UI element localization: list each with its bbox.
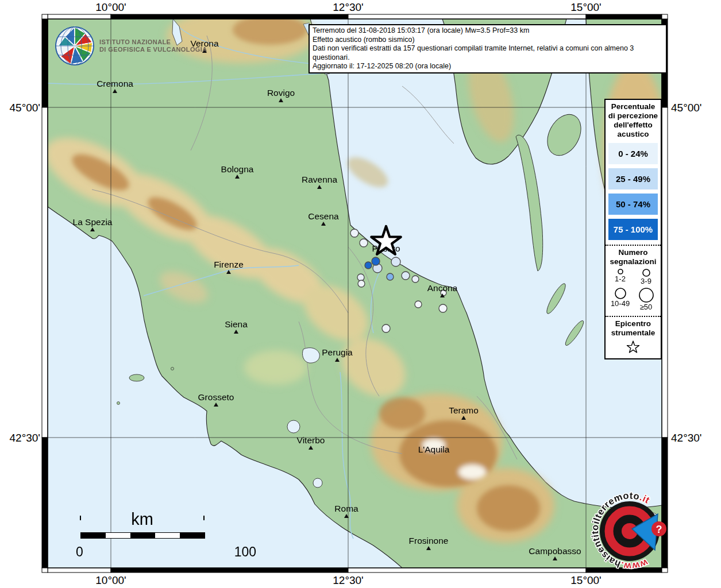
report-dot[interactable] — [365, 262, 372, 269]
axis-tick-label: 15°00' — [570, 1, 602, 14]
report-dot[interactable] — [360, 239, 368, 247]
axis-tick-label: 10°00' — [95, 1, 126, 14]
islet — [117, 402, 120, 405]
report-dot[interactable] — [358, 280, 365, 287]
lake-bracciano — [313, 478, 322, 488]
legend-separator — [606, 316, 661, 317]
islet — [171, 368, 174, 370]
city-label: La Spezia — [73, 217, 113, 227]
report-dot[interactable] — [402, 272, 410, 280]
ingv-globe-icon — [53, 25, 96, 67]
legend-signal-sizes: 1-23-910-49≥50 — [607, 268, 659, 311]
legend-classes: 0 - 24%25 - 49%50 - 74%75 - 100% — [607, 143, 659, 240]
legend-epicenter-title: Epicentrostrumentale — [607, 319, 659, 338]
report-dot[interactable] — [391, 257, 400, 266]
epicenter-star-icon — [624, 339, 642, 355]
axis-tick-label: 10°00' — [95, 574, 126, 587]
report-dot[interactable] — [439, 304, 447, 312]
legend-signals-title: Numerosegnalazioni — [607, 248, 659, 266]
city-label: Siena — [225, 319, 248, 329]
city-label: Bologna — [221, 164, 254, 174]
legend-class-swatch: 25 - 49% — [608, 168, 658, 189]
city-label: Firenze — [214, 260, 244, 269]
hsit-logo: ? www.haisentitoilterremoto.it — [591, 491, 677, 579]
event-info-line: Aggiornato il: 17-12-2025 08:20 (ora loc… — [313, 62, 663, 71]
city-label: Ravenna — [302, 175, 337, 184]
legend-class-swatch: 0 - 24% — [608, 143, 658, 164]
legend-signal-size: 10-49 — [607, 287, 633, 311]
axis-tick-label: 45°00' — [671, 102, 702, 114]
city-label: Teramo — [449, 405, 479, 415]
island-elba — [129, 374, 144, 381]
event-info-line: Terremoto del 31-08-2018 15:03:17 (ora l… — [313, 26, 663, 36]
map-page: VeronaCremonaRovigoBolognaRavennaCesenaL… — [0, 0, 721, 588]
scale-end: 100 — [234, 544, 256, 560]
city-label: Rovigo — [267, 88, 295, 98]
legend-class-swatch: 75 - 100% — [608, 219, 658, 240]
scale-bar-segments — [80, 532, 205, 539]
report-dot[interactable] — [387, 273, 394, 280]
lake-trasimeno — [302, 348, 319, 363]
axis-tick-label: 45°00' — [0, 102, 40, 114]
axis-tick-label: 42°30' — [0, 432, 40, 444]
city-label: Roma — [334, 504, 358, 513]
legend-title: Percentualedi percezionedell'effettoacus… — [607, 102, 659, 139]
legend-signal-size: 3-9 — [633, 268, 659, 285]
legend-separator — [606, 245, 661, 246]
hsit-question-mark: ? — [656, 524, 662, 535]
axis-tick-label: 12°30' — [333, 1, 364, 14]
legend-signal-size: 1-2 — [607, 268, 633, 285]
report-dot[interactable] — [350, 229, 358, 237]
city-label: Perugia — [322, 347, 353, 357]
report-dot[interactable] — [412, 276, 419, 283]
legend-panel: Percentualedi percezionedell'effettoacus… — [604, 99, 662, 359]
scale-start: 0 — [76, 544, 83, 560]
city-label: Ancona — [427, 283, 458, 293]
city-label: Cremona — [97, 79, 133, 88]
lake-bolsena — [287, 420, 300, 433]
axis-tick-label: 42°30' — [671, 432, 702, 444]
report-dot[interactable] — [357, 274, 364, 281]
report-dot[interactable] — [415, 301, 422, 308]
scale-bar: km 0 100 — [74, 510, 214, 544]
ingv-name: ISTITUTO NAZIONALE DI GEOFISICA E VULCAN… — [99, 38, 207, 54]
report-dot[interactable] — [372, 257, 380, 265]
city-label: Cesena — [308, 211, 339, 221]
legend-class-swatch: 50 - 74% — [608, 194, 658, 215]
city-label: Viterbo — [297, 435, 325, 445]
event-info-line: Dati non verificati estratti da 157 ques… — [313, 44, 663, 62]
ingv-logo: ISTITUTO NAZIONALE DI GEOFISICA E VULCAN… — [53, 25, 207, 67]
axis-tick-label: 12°30' — [333, 574, 364, 587]
event-info-box: Terremoto del 31-08-2018 15:03:17 (ora l… — [309, 24, 667, 74]
report-dot[interactable] — [382, 324, 390, 332]
legend-signal-size: ≥50 — [633, 287, 659, 311]
city-label: L'Aquila — [418, 444, 450, 454]
city-label: Grosseto — [198, 392, 234, 402]
city-label: Frosinone — [409, 536, 449, 546]
scale-unit: km — [80, 510, 204, 529]
city-label: Campobasso — [529, 546, 581, 556]
event-info-line: Effetto acustico (rombo sismico) — [313, 36, 663, 45]
